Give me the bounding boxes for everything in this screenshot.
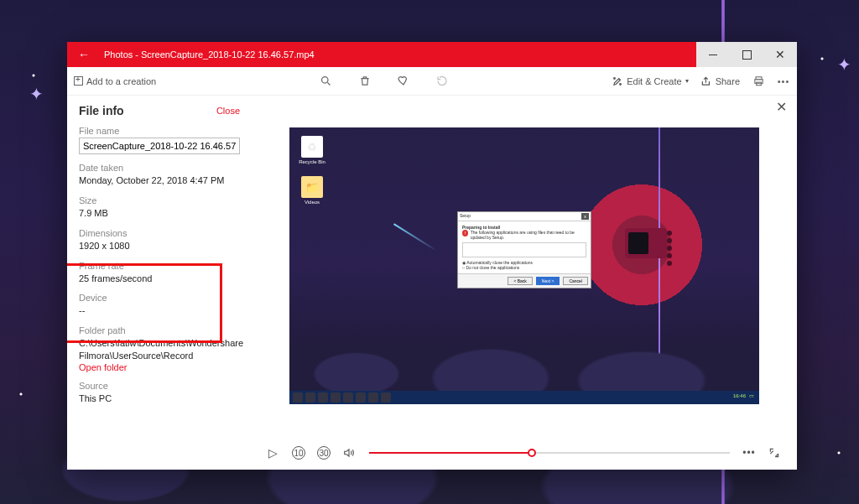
- taskbar-pin: [293, 392, 303, 403]
- more-icon[interactable]: •••: [777, 75, 790, 88]
- datetaken-value: Monday, October 22, 2018 4:47 PM: [79, 174, 240, 187]
- installer-next-button: Next >: [536, 277, 560, 285]
- decor-clouds: [289, 315, 759, 391]
- chevron-down-icon: ▾: [685, 77, 689, 85]
- device-value: --: [79, 304, 240, 317]
- field-framerate: Frame rate 25 frames/second: [79, 261, 240, 285]
- source-value: This PC: [79, 392, 240, 405]
- share-button[interactable]: Share: [700, 75, 740, 87]
- delete-icon[interactable]: [358, 75, 372, 88]
- field-filename: File name: [79, 126, 240, 154]
- window-close-button[interactable]: ✕: [763, 42, 797, 67]
- warning-icon: !: [462, 230, 468, 236]
- svg-point-2: [614, 77, 616, 79]
- recyclebin-icon: ♻: [301, 136, 323, 158]
- framerate-label: Frame rate: [79, 261, 240, 271]
- slider-thumb[interactable]: [528, 449, 536, 457]
- zoom-icon[interactable]: [320, 75, 333, 88]
- video-taskbar: 16:46▭: [289, 391, 759, 404]
- rotate-icon[interactable]: [435, 75, 449, 88]
- progress-slider[interactable]: [369, 452, 730, 454]
- fullscreen-button[interactable]: [768, 447, 784, 459]
- video-frame: ♻ Recycle Bin 📁 Videos Setup x Prepar: [289, 127, 759, 404]
- add-to-creation-label: Add to a creation: [86, 76, 156, 86]
- field-folderpath: Folder path C:\Users\fatiw\Documents\Won…: [79, 325, 240, 372]
- taskbar-pin: [356, 392, 366, 403]
- installer-back-button: < Back: [508, 277, 532, 285]
- field-datetaken: Date taken Monday, October 22, 2018 4:47…: [79, 163, 240, 187]
- volume-button[interactable]: [342, 447, 357, 459]
- field-device: Device --: [79, 293, 240, 317]
- play-button[interactable]: ▷: [265, 446, 280, 460]
- taskbar-pin: [318, 392, 328, 403]
- installer-app-list: [462, 242, 586, 257]
- panel-close-button[interactable]: Close: [216, 106, 240, 116]
- taskbar-clock: 16:46: [733, 393, 746, 398]
- installer-opt2: Do not close the applications: [466, 265, 519, 270]
- datetaken-label: Date taken: [79, 163, 240, 173]
- taskbar-pin: [331, 392, 341, 403]
- taskbar-pin: [381, 392, 391, 403]
- recyclebin-label: Recycle Bin: [298, 159, 326, 164]
- window-title: Photos - ScreenCapture_2018-10-22 16.46.…: [101, 49, 696, 60]
- progress-fill: [369, 452, 528, 454]
- desktop-icon-recyclebin: ♻ Recycle Bin: [298, 136, 326, 164]
- decor-sparkle: ✦: [29, 84, 44, 104]
- edit-create-button[interactable]: Edit & Create ▾: [612, 75, 688, 87]
- open-folder-link[interactable]: Open folder: [79, 362, 240, 372]
- installer-title: Setup: [460, 213, 471, 220]
- add-to-creation-button[interactable]: Add to a creation: [74, 76, 156, 86]
- photos-app-window: ← Photos - ScreenCapture_2018-10-22 16.4…: [67, 42, 797, 470]
- viewer-close-button[interactable]: ✕: [776, 99, 787, 115]
- taskbar-pin: [343, 392, 353, 403]
- svg-line-1: [328, 82, 331, 85]
- field-size: Size 7.9 MB: [79, 195, 240, 220]
- minimize-button[interactable]: [696, 42, 730, 67]
- playback-controls: ▷ 10 30 •••: [252, 436, 797, 470]
- window-titlebar[interactable]: ← Photos - ScreenCapture_2018-10-22 16.4…: [67, 42, 797, 67]
- field-source: Source This PC: [79, 381, 240, 405]
- size-label: Size: [79, 195, 240, 205]
- command-bar: Add to a creation Edit & Create: [67, 67, 797, 96]
- desktop-icon-folder: 📁 Videos: [298, 176, 326, 205]
- folder-icon: 📁: [301, 176, 323, 198]
- device-label: Device: [79, 293, 240, 303]
- decor-cartridge: [625, 228, 667, 258]
- print-icon[interactable]: [752, 75, 765, 88]
- back-button[interactable]: ←: [67, 48, 101, 61]
- installer-warning: The following applications are using fil…: [471, 230, 586, 240]
- framerate-value: 25 frames/second: [79, 273, 240, 285]
- playback-more-button[interactable]: •••: [742, 447, 757, 459]
- dimensions-value: 1920 x 1080: [79, 240, 240, 252]
- svg-point-0: [322, 77, 329, 84]
- folderpath-value: C:\Users\fatiw\Documents\Wondershare Fil…: [79, 337, 240, 362]
- svg-point-3: [620, 83, 622, 85]
- installer-close-icon: x: [581, 213, 589, 220]
- edit-create-label: Edit & Create: [627, 76, 681, 86]
- decor-sparkle: ✦: [837, 55, 851, 75]
- video-area[interactable]: ♻ Recycle Bin 📁 Videos Setup x Prepar: [252, 96, 797, 436]
- share-label: Share: [716, 76, 740, 86]
- size-value: 7.9 MB: [79, 207, 240, 220]
- skip-back-button[interactable]: 10: [292, 446, 305, 460]
- maximize-button[interactable]: [730, 42, 763, 67]
- taskbar-pin: [368, 392, 378, 403]
- skip-forward-button[interactable]: 30: [317, 446, 331, 460]
- folderpath-label: Folder path: [79, 325, 240, 335]
- viewer-pane: ✕ ♻ Recycle Bin 📁 Videos: [252, 96, 797, 470]
- desktop-folder-label: Videos: [298, 200, 326, 205]
- edit-icon: [612, 75, 623, 87]
- filename-input[interactable]: [79, 138, 240, 154]
- field-dimensions: Dimensions 1920 x 1080: [79, 228, 240, 252]
- installer-cancel-button: Cancel: [563, 277, 588, 285]
- file-info-panel: File info Close File name Date taken Mon…: [67, 96, 252, 470]
- add-icon: [74, 76, 83, 86]
- installer-dialog: Setup x Preparing to Install ! The follo…: [457, 211, 591, 288]
- share-icon: [700, 75, 712, 87]
- decor-meteor: [393, 223, 437, 251]
- favorite-icon[interactable]: [397, 75, 410, 88]
- source-label: Source: [79, 381, 240, 391]
- taskbar-pin: [305, 392, 315, 403]
- file-info-heading: File info: [79, 104, 124, 117]
- filename-label: File name: [79, 126, 240, 136]
